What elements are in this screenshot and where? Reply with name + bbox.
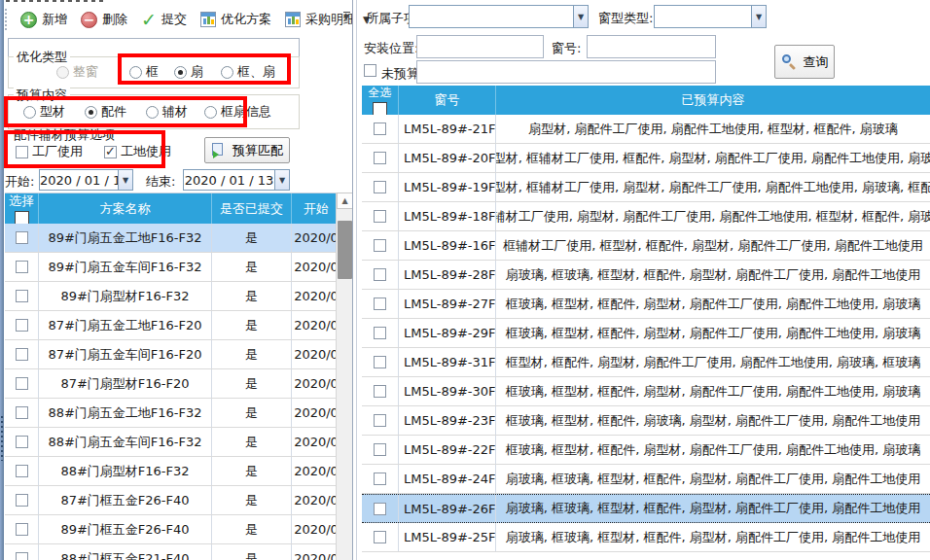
table-row[interactable]: LM5L-89#-29F27框玻璃, 框型材, 框配件, 扇型材, 扇配件工厂使… [362, 319, 930, 348]
start-date-cell: 2020/0 [292, 515, 336, 543]
table-row[interactable]: LM5L-89#-19F17框型材, 框辅材工厂使用, 扇型材, 扇配件工厂使用… [362, 173, 930, 202]
table-row[interactable]: LM5L-89#-18F16框辅材工厂使用, 扇型材, 扇配件工厂使用, 扇配件… [362, 202, 930, 231]
row-checkbox[interactable] [374, 210, 386, 223]
window-no-input[interactable] [587, 35, 716, 58]
row-checkbox[interactable] [16, 436, 28, 448]
row-checkbox[interactable] [16, 290, 28, 302]
row-checkbox[interactable] [374, 443, 386, 456]
chevron-down-icon[interactable]: ▼ [573, 6, 588, 27]
splitter-grip[interactable] [1, 416, 3, 461]
table-row[interactable]: LM5L-89#-21F19扇型材, 扇配件工厂使用, 扇配件工地使用, 框型材… [362, 115, 930, 144]
radio-whole-window-label: 整窗 [73, 63, 98, 81]
toolbar-overflow-button[interactable]: ▼ [340, 6, 353, 27]
row-checkbox[interactable] [16, 552, 28, 560]
row-checkbox[interactable] [16, 231, 28, 244]
checkbox-factory-use[interactable]: 工厂使用 [16, 143, 83, 160]
table-row[interactable]: 87#门扇型材F16-F20是2020/0 [5, 369, 336, 399]
row-checkbox[interactable] [374, 152, 386, 164]
table-row[interactable]: LM5L-89#-20F18框型材, 框辅材工厂使用, 框配件, 扇型材, 扇配… [362, 144, 930, 173]
radio-aux[interactable]: 辅材 [146, 103, 188, 121]
table-row[interactable]: 87#门扇五金工地F16-F20是2020/0 [5, 311, 336, 340]
row-checkbox[interactable] [16, 348, 28, 361]
select-all-checkbox[interactable] [15, 211, 29, 225]
delete-button[interactable]: − 删除 [79, 9, 129, 30]
row-checkbox[interactable] [16, 377, 28, 390]
table-row[interactable]: 87#门框五金F26-F40是2020/0 [5, 486, 336, 515]
row-checkbox[interactable] [374, 414, 386, 427]
chevron-down-icon[interactable]: ▼ [751, 6, 766, 27]
row-checkbox[interactable] [16, 523, 28, 536]
optimize-plan-button[interactable]: 优化方案 [198, 9, 273, 30]
scrollbar-thumb[interactable] [338, 221, 352, 279]
checkbox-site-use[interactable]: 工地使用 [104, 143, 171, 160]
chevron-down-icon[interactable]: ▼ [118, 170, 132, 190]
table-row[interactable]: 87#门扇五金车间F16-F20是2020/0 [5, 340, 336, 369]
row-checkbox[interactable] [16, 465, 28, 477]
date-end-picker[interactable]: 2020 / 01 / 13 ▼ [183, 169, 290, 191]
table-row[interactable]: LM5L-89#-27F25框玻璃, 框型材, 框配件, 扇型材, 扇配件工厂使… [362, 290, 930, 319]
add-button[interactable]: + 新增 [18, 9, 69, 30]
radio-frame-sash[interactable]: 框、扇 [221, 63, 275, 81]
table-row[interactable]: 89#门扇五金车间F16-F32是2020/0 [5, 253, 336, 282]
radio-parts[interactable]: 配件 [85, 103, 126, 121]
no-budget-checkbox[interactable] [364, 64, 376, 77]
radio-sash[interactable]: 扇 [174, 63, 203, 81]
row-checkbox[interactable] [374, 385, 386, 398]
table-row[interactable]: LM5L-89#-31F29框型材, 框配件, 扇型材, 扇配件工厂使用, 扇配… [362, 348, 930, 377]
row-checkbox[interactable] [374, 298, 386, 310]
row-checkbox[interactable] [374, 531, 386, 543]
row-checkbox[interactable] [374, 181, 386, 193]
table-row[interactable]: 89#门扇五金工地F16-F32是2020/0 [5, 224, 336, 253]
row-checkbox[interactable] [16, 406, 28, 419]
window-no-cell: LM5L-89#-21F19 [399, 115, 496, 143]
row-checkbox[interactable] [374, 503, 386, 515]
table-row[interactable]: 88#门扇五金工地F16-F32是2020/0 [5, 399, 336, 428]
chevron-down-icon[interactable]: ▼ [274, 170, 289, 190]
row-checkbox[interactable] [16, 319, 28, 332]
radio-profile[interactable]: 型材 [23, 103, 65, 121]
table-row[interactable]: LM5L-89#-23F21框玻璃, 框型材, 框配件, 扇玻璃, 扇型材, 扇… [362, 406, 930, 436]
radio-frame-sash-label: 框、扇 [237, 63, 275, 81]
table-row[interactable]: 89#门框五金F26-F40是2020/0 [5, 515, 336, 544]
row-checkbox[interactable] [16, 261, 28, 273]
table-row[interactable]: LM5L-89#-16F15框辅材工厂使用, 框型材, 框配件, 扇型材, 扇配… [362, 231, 930, 261]
radio-frame[interactable]: 框 [129, 63, 159, 81]
table-row[interactable]: 89#门扇型材F16-F32是2020/0 [5, 282, 336, 311]
table-row[interactable]: 88#门扇型材F16-F32是2020/0 [5, 457, 336, 486]
table-row[interactable]: LM5L-89#-25F23扇玻璃, 框玻璃, 框型材, 框配件, 扇型材, 扇… [362, 523, 930, 552]
budgeted-content-cell: 扇玻璃, 框玻璃, 框型材, 框配件, 扇型材, 扇配件工厂使用, 扇配件工地使… [496, 495, 930, 522]
row-select-cell [362, 377, 399, 405]
checkbox-checked-icon [104, 146, 117, 158]
table-row[interactable]: LM5L-89#-30F28框玻璃, 框型材, 框配件, 扇型材, 扇配件工厂使… [362, 377, 930, 406]
row-checkbox[interactable] [374, 122, 386, 135]
row-checkbox[interactable] [374, 239, 386, 252]
row-checkbox[interactable] [374, 268, 386, 281]
window-type-dropdown[interactable]: ▼ [654, 5, 767, 28]
add-button-label: 新增 [42, 11, 67, 28]
sub-item-dropdown[interactable]: ▼ [409, 5, 589, 28]
table-row[interactable]: LM5L-89#-24F22扇玻璃, 框玻璃, 框型材, 框配件, 扇型材, 扇… [362, 465, 930, 494]
row-checkbox[interactable] [374, 472, 386, 485]
window-no-cell: LM5L-89#-28F26 [399, 261, 496, 289]
plan-table-scrollbar[interactable]: ▲ [336, 192, 352, 560]
table-row[interactable]: LM5L-89#-22F20框玻璃, 框型材, 框配件, 扇型材, 扇配件工厂使… [362, 436, 930, 465]
row-checkbox[interactable] [374, 356, 386, 368]
select-all-checkbox[interactable] [373, 102, 387, 116]
install-position-input[interactable] [416, 35, 544, 58]
scrollbar-up-button[interactable]: ▲ [337, 192, 353, 209]
table-row[interactable]: 88#门扇五金车间F16-F32是2020/0 [5, 428, 336, 457]
window-no-cell: LM5L-89#-18F16 [399, 202, 496, 230]
no-budget-input[interactable] [416, 60, 716, 84]
table-row[interactable]: LM5L-89#-28F26扇玻璃, 框玻璃, 框型材, 框配件, 扇型材, 扇… [362, 261, 930, 290]
budget-match-button[interactable]: 预算匹配 [204, 137, 290, 163]
query-button[interactable]: 查询 [774, 45, 835, 79]
column-start: 开始 [292, 193, 336, 224]
date-start-picker[interactable]: 2020 / 01 / 1 ▼ [39, 169, 133, 191]
radio-fs-info[interactable]: 框扇信息 [204, 103, 271, 121]
row-checkbox[interactable] [16, 494, 28, 507]
table-row[interactable]: 88#门框五金F21-F40是2020/0 [5, 544, 336, 560]
panel-splitter[interactable] [352, 0, 362, 560]
submit-button[interactable]: ✓ 提交 [139, 9, 189, 31]
row-checkbox[interactable] [374, 327, 386, 339]
table-row[interactable]: LM5L-89#-26F24扇玻璃, 框玻璃, 框型材, 框配件, 扇型材, 扇… [362, 494, 930, 523]
